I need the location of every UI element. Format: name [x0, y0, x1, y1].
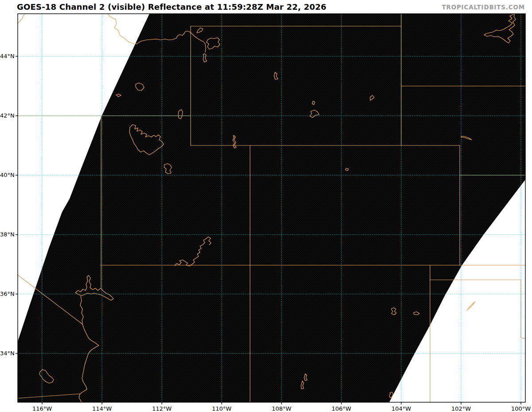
lat-tick-label: 42°N — [0, 112, 14, 119]
lon-tick-label: 112°W — [148, 405, 176, 412]
lon-tick-label: 114°W — [88, 405, 116, 412]
lat-tick-label: 44°N — [0, 53, 14, 59]
lat-tick-label: 40°N — [0, 172, 14, 178]
lat-tick-label: 36°N — [0, 290, 14, 297]
lon-tick-label: 110°W — [207, 405, 236, 412]
lon-tick-label: 104°W — [387, 405, 415, 412]
lat-tick-label: 34°N — [0, 350, 14, 357]
lat-tick-label: 38°N — [0, 231, 14, 238]
lon-tick-label: 106°W — [327, 405, 356, 412]
lon-tick-label: 108°W — [267, 405, 296, 412]
goes-satellite-figure: GOES-18 Channel 2 (visible) Reflectance … — [0, 0, 532, 412]
lon-tick-label: 116°W — [28, 405, 56, 412]
satellite-map-plot — [0, 0, 532, 412]
lon-tick-label: 102°W — [447, 405, 475, 412]
lon-tick-label: 100°W — [507, 405, 532, 412]
